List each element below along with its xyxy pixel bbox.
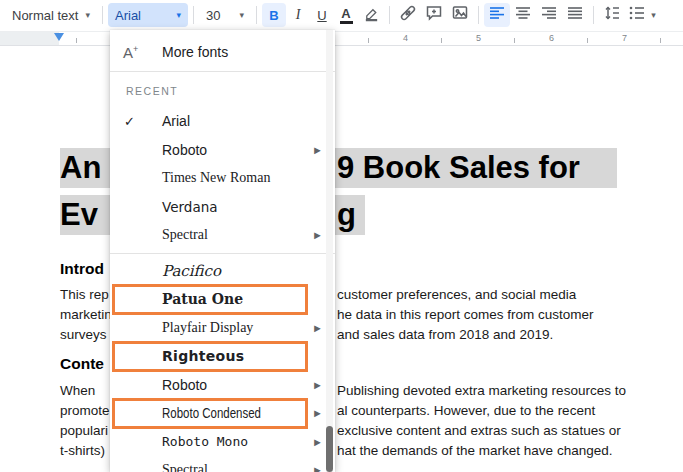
- title-fragment: An: [60, 149, 101, 187]
- insert-image-button[interactable]: [447, 3, 473, 27]
- toolbar: Normal text ▾ Arial ▾ 30 ▾ B I U A: [0, 0, 683, 30]
- font-option-pacifico[interactable]: Pacifico: [110, 257, 335, 286]
- add-comment-button[interactable]: [421, 3, 447, 27]
- justify-icon: [566, 4, 584, 26]
- numbered-list-button[interactable]: ▾: [625, 3, 659, 27]
- chevron-down-icon: ▾: [176, 11, 181, 20]
- ruler-tick: [368, 38, 369, 43]
- title-fragment: Ev: [60, 196, 98, 234]
- add-fonts-icon: A+: [123, 44, 138, 61]
- ruler-number: 5: [476, 33, 481, 43]
- body-text-fragment: When: [60, 381, 95, 401]
- align-center-button[interactable]: [510, 3, 536, 27]
- menu-divider: [110, 253, 335, 254]
- submenu-arrow-icon: ►: [312, 144, 323, 156]
- chevron-down-icon: ▾: [239, 11, 244, 20]
- font-option-righteous[interactable]: Righteous: [110, 342, 335, 371]
- toolbar-separator: [478, 6, 479, 24]
- heading-fragment: Conte: [60, 355, 104, 373]
- indent-marker[interactable]: [54, 33, 64, 41]
- font-family-value: Arial: [115, 8, 141, 23]
- align-left-icon: [488, 4, 506, 26]
- font-option-spectral-2[interactable]: Spectral ►: [110, 456, 335, 472]
- text-color-letter: A: [341, 7, 350, 20]
- font-option-playfair-display[interactable]: Playfair Display ►: [110, 314, 335, 343]
- italic-button[interactable]: I: [286, 3, 310, 27]
- align-center-icon: [514, 4, 532, 26]
- body-text-fragment: surveys: [60, 325, 107, 345]
- font-option-roboto-condensed[interactable]: Roboto Condensed ►: [110, 399, 335, 428]
- body-text-fragment: Publishing devoted extra marketing resou…: [337, 381, 626, 401]
- title-fragment: 9 Book Sales for: [337, 149, 580, 187]
- justify-button[interactable]: [562, 3, 588, 27]
- menu-scrollbar-track[interactable]: [326, 30, 333, 472]
- submenu-arrow-icon: ►: [312, 436, 323, 448]
- font-option-roboto-2[interactable]: Roboto ►: [110, 371, 335, 400]
- title-fragment: g: [337, 196, 356, 234]
- more-fonts-label: More fonts: [162, 44, 228, 60]
- body-text-fragment: This rep: [60, 285, 109, 305]
- body-text-fragment: al counterparts. However, due to the rec…: [337, 401, 595, 421]
- heading-fragment: Introd: [60, 260, 104, 278]
- toolbar-separator: [593, 6, 594, 24]
- ruler-number: 7: [622, 33, 627, 43]
- font-option-roboto[interactable]: Roboto ►: [110, 136, 335, 165]
- comment-plus-icon: [425, 4, 443, 26]
- body-text-fragment: customer preferences, and social media: [337, 285, 576, 305]
- font-option-roboto-mono[interactable]: Roboto Mono ►: [110, 428, 335, 457]
- text-color-button[interactable]: A: [334, 3, 358, 27]
- body-text-fragment: promote: [60, 401, 110, 421]
- font-size-value: 30: [206, 8, 220, 23]
- font-option-arial[interactable]: ✓ Arial: [110, 107, 335, 136]
- submenu-arrow-icon: ►: [312, 379, 323, 391]
- paragraph-style-value: Normal text: [12, 8, 78, 23]
- bold-button[interactable]: B: [262, 3, 286, 27]
- image-icon: [451, 4, 469, 26]
- highlighter-icon: [363, 5, 380, 26]
- font-option-times-new-roman[interactable]: Times New Roman: [110, 164, 335, 193]
- numbered-list-icon: [628, 4, 646, 26]
- submenu-arrow-icon: ►: [312, 464, 323, 472]
- toolbar-separator: [389, 6, 390, 24]
- align-right-button[interactable]: [536, 3, 562, 27]
- insert-link-button[interactable]: [395, 3, 421, 27]
- paragraph-style-selector[interactable]: Normal text ▾: [5, 3, 97, 27]
- recent-section-header: RECENT: [110, 75, 335, 107]
- chevron-down-icon: ▾: [85, 11, 90, 20]
- font-option-patua-one[interactable]: Patua One: [110, 285, 335, 314]
- menu-divider: [110, 71, 335, 72]
- font-option-spectral[interactable]: Spectral ►: [110, 221, 335, 250]
- body-text-fragment: he data in this report comes from custom…: [337, 305, 594, 325]
- font-option-verdana[interactable]: Verdana: [110, 193, 335, 222]
- ruler-tick: [587, 38, 588, 43]
- ruler-margin-area: [0, 32, 59, 45]
- body-text-fragment: and sales data from 2018 and 2019.: [337, 325, 553, 345]
- body-text-fragment: hat the demands of the market have chang…: [337, 441, 612, 461]
- submenu-arrow-icon: ►: [312, 322, 323, 334]
- submenu-arrow-icon: ►: [312, 407, 323, 419]
- ruler-tick: [660, 38, 661, 43]
- font-family-selector[interactable]: Arial ▾: [108, 3, 188, 27]
- ruler-tick: [76, 38, 77, 43]
- body-text-fragment: t-shirts): [60, 441, 105, 461]
- toolbar-separator: [102, 6, 103, 24]
- font-size-selector[interactable]: 30 ▾: [199, 3, 251, 27]
- body-text-fragment: exclusive content and extras such as sta…: [337, 421, 621, 441]
- highlight-color-button[interactable]: [358, 3, 384, 27]
- toolbar-separator: [256, 6, 257, 24]
- document-page[interactable]: An 9 Book Sales for Ev g Introd This rep…: [0, 47, 683, 472]
- link-icon: [399, 4, 417, 26]
- font-menu: A+ More fonts RECENT ✓ Arial Roboto ► Ti…: [110, 30, 335, 472]
- body-text-fragment: populari: [60, 421, 108, 441]
- check-icon: ✓: [124, 114, 135, 129]
- align-left-button[interactable]: [484, 3, 510, 27]
- ruler-number: 6: [549, 33, 554, 43]
- line-spacing-button[interactable]: [599, 3, 625, 27]
- text-color-swatch: [340, 21, 353, 24]
- more-fonts-item[interactable]: A+ More fonts: [110, 36, 335, 68]
- line-spacing-icon: [603, 4, 621, 26]
- ruler-tick: [441, 38, 442, 43]
- underline-button[interactable]: U: [310, 3, 334, 27]
- menu-scrollbar-thumb[interactable]: [326, 426, 333, 472]
- toolbar-separator: [193, 6, 194, 24]
